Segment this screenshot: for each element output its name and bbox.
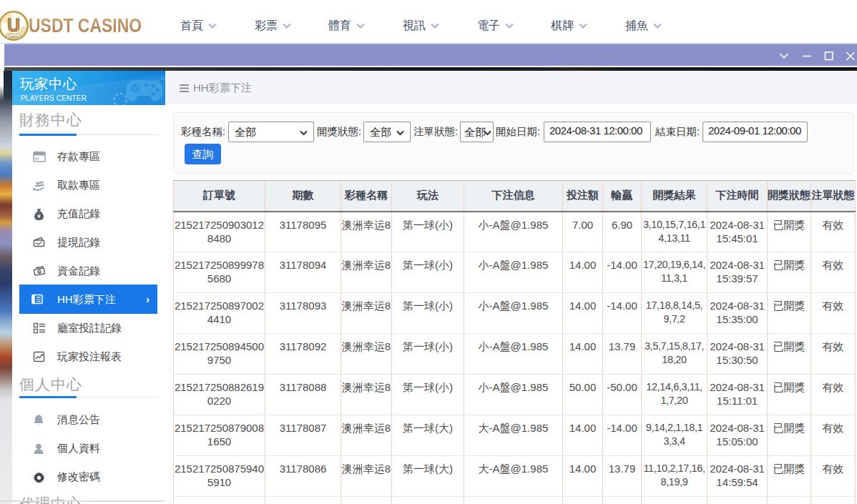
svg-text:U: U [7,15,20,35]
svg-text:Casino: Casino [7,34,19,39]
svg-text:¥: ¥ [37,213,41,219]
